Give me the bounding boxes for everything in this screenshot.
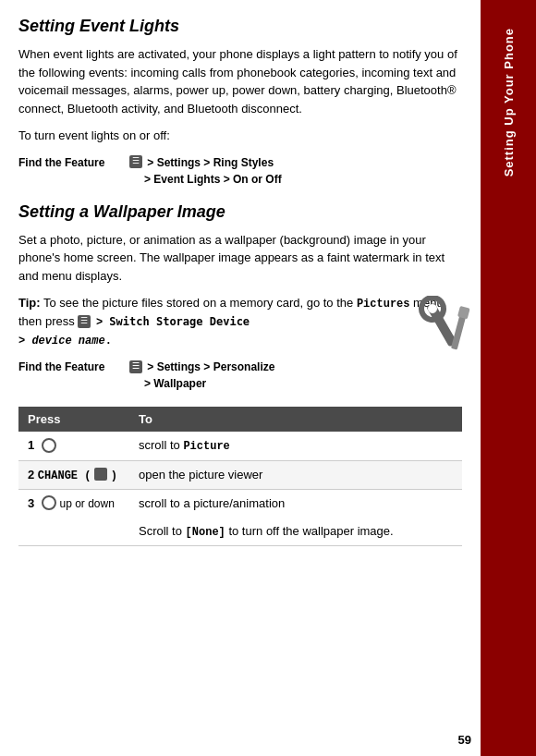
find-feature-block-2: Find the Feature ☰ > Settings > Personal… — [18, 359, 462, 392]
sidebar-text: Setting Up Your Phone — [502, 28, 516, 177]
row2-to: open the picture viewer — [129, 460, 462, 489]
row3-to: scroll to a picture/animation Scroll to … — [129, 489, 462, 545]
row2-press-label: CHANGE ( — [38, 469, 91, 482]
row2-press-icon — [94, 468, 107, 481]
find-feature-label-1: Find the Feature — [18, 154, 120, 169]
row1-to-mono: Picture — [183, 440, 229, 453]
table-row: 1 scroll to Picture — [18, 432, 462, 460]
row2-num: 2 — [28, 468, 34, 482]
row3-none: [None] — [186, 526, 225, 539]
col2-header: To — [129, 407, 462, 432]
find-feature-block-1: Find the Feature > Settings > Ring Style… — [18, 154, 462, 188]
section2-body1: Set a photo, picture, or animation as a … — [18, 231, 462, 286]
find-feature-path-2: ☰ > Settings > Personalize > Wallpaper — [129, 359, 274, 392]
row3-press: 3 up or down — [18, 489, 129, 545]
row1-num: 1 — [28, 438, 34, 452]
col1-header: Press — [18, 407, 129, 432]
wrench-icon — [414, 296, 479, 370]
nav-icon-3 — [42, 495, 56, 510]
find-feature-label-2: Find the Feature — [18, 359, 120, 373]
side-tab: Setting Up Your Phone — [481, 0, 536, 756]
tip-text: Tip: To see the picture files stored on … — [18, 294, 462, 349]
section1-body2: To turn event lights on or off: — [18, 127, 462, 145]
find-feature-path-1: > Settings > Ring Styles > Event Lights … — [129, 154, 282, 188]
find-feature-path-line1-1: > Settings > Ring Styles — [147, 156, 274, 169]
scroll-icon-1 — [42, 438, 56, 453]
find-feature-path-line2-2: > Wallpaper — [129, 377, 206, 390]
find-feature-path-line1-2: > Settings > Personalize — [147, 360, 274, 373]
press-table: Press To 1 scroll to Picture 2 CHANGE ( … — [18, 407, 462, 546]
row2-press-close: ) — [111, 469, 117, 482]
row3-direction: up or down — [59, 497, 114, 510]
tip-label: Tip: — [18, 296, 41, 310]
section1-body1: When event lights are activated, your ph… — [18, 45, 462, 117]
table-row: 3 up or down scroll to a picture/animati… — [18, 489, 462, 545]
menu-icon-3: ☰ — [129, 360, 142, 373]
find-feature-path-line2-1: > Event Lights > On or Off — [129, 173, 282, 186]
table-header-row: Press To — [18, 407, 462, 432]
row3-num: 3 — [28, 496, 34, 510]
page-number: 59 — [458, 733, 471, 747]
main-content: Setting Event Lights When event lights a… — [0, 0, 481, 563]
row2-press: 2 CHANGE ( ) — [18, 460, 129, 489]
section2-title: Setting a Wallpaper Image — [18, 202, 462, 222]
section1-title: Setting Event Lights — [18, 17, 462, 36]
wrench-area — [414, 296, 479, 370]
menu-icon-1 — [129, 155, 142, 168]
table-row: 2 CHANGE ( ) open the picture viewer — [18, 460, 462, 489]
row1-to: scroll to Picture — [129, 432, 462, 460]
row1-press: 1 — [18, 432, 129, 460]
menu-icon-2: ☰ — [78, 315, 91, 328]
